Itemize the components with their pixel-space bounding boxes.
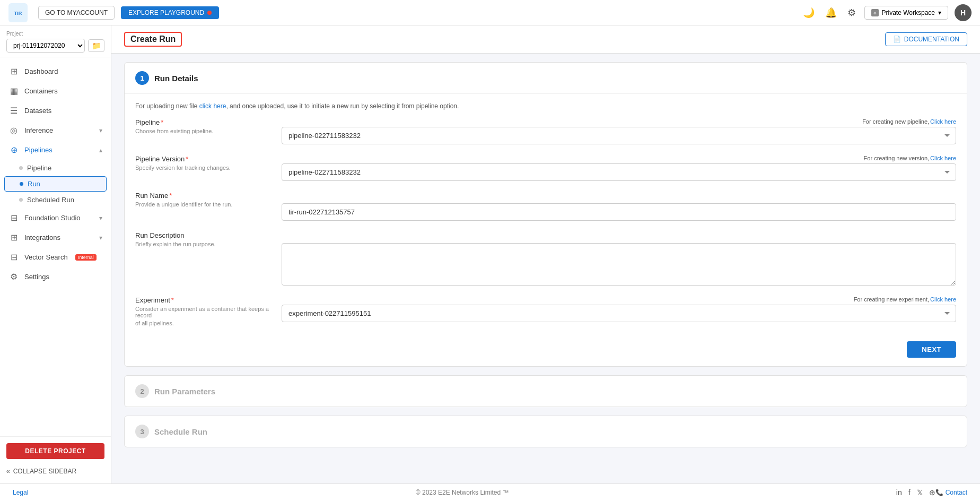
project-selector: Project prj-011912072020 📁: [0, 25, 111, 57]
content-area: Create Run 📄 DOCUMENTATION 1 Run Details…: [111, 25, 980, 483]
pipeline-new-label: For creating new pipeline,: [862, 118, 929, 125]
step-schedule-run-header[interactable]: 3 Schedule Run: [125, 416, 967, 447]
experiment-link-row: For creating new experiment, Click here: [282, 296, 956, 303]
sidebar-bottom: DELETE PROJECT « COLLAPSE SIDEBAR: [0, 436, 111, 483]
collapse-left-icon: «: [6, 468, 10, 475]
pipelines-subnav: Pipeline Run Scheduled Run: [0, 160, 111, 208]
dot-icon: [20, 182, 23, 186]
pipeline-link-row: For creating new pipeline, Click here: [282, 118, 956, 125]
run-name-hint: Provide a unique identifier for the run.: [135, 201, 273, 208]
delete-project-button[interactable]: DELETE PROJECT: [6, 443, 104, 459]
facebook-icon[interactable]: f: [908, 488, 911, 497]
sidebar-item-integrations[interactable]: ⊞ Integrations ▾: [0, 228, 111, 247]
dark-mode-button[interactable]: 🌙: [801, 5, 817, 21]
experiment-select[interactable]: experiment-022711595151: [282, 305, 956, 322]
step-1-circle: 1: [135, 71, 149, 85]
chevron-down-icon: ▾: [99, 234, 102, 241]
project-folder-button[interactable]: 📁: [88, 39, 104, 52]
sidebar-item-pipelines[interactable]: ⊕ Pipelines ▴: [0, 140, 111, 160]
rss-icon[interactable]: ⊕: [929, 488, 935, 497]
sidebar-item-datasets[interactable]: ☰ Datasets: [0, 101, 111, 120]
sidebar-item-dashboard[interactable]: ⊞ Dashboard: [0, 62, 111, 81]
footer-contact[interactable]: 📞 Contact: [935, 489, 967, 496]
pipeline-version-label-area: Pipeline Version Specify version for tra…: [135, 155, 273, 171]
content-header: Create Run 📄 DOCUMENTATION: [111, 25, 980, 54]
sidebar-navigation: ⊞ Dashboard ▦ Containers ☰ Datasets ◎ In…: [0, 57, 111, 436]
pipeline-version-click-here-link[interactable]: Click here: [930, 155, 956, 161]
click-here-link[interactable]: click here: [199, 102, 226, 110]
doc-icon: 📄: [893, 36, 901, 43]
step-run-parameters-header[interactable]: 2 Run Parameters: [125, 376, 967, 407]
pipeline-hint: Choose from existing pipeline.: [135, 128, 273, 134]
run-description-label: Run Description: [135, 231, 273, 239]
svg-text:TIR: TIR: [14, 11, 22, 16]
workspace-dropdown[interactable]: ⊕ Private Workspace ▾: [864, 6, 948, 20]
pipeline-version-select[interactable]: pipeline-022711583232: [282, 163, 956, 181]
sidebar-subitem-label: Scheduled Run: [27, 196, 74, 204]
project-select[interactable]: prj-011912072020: [6, 39, 85, 53]
sidebar-item-scheduled-run[interactable]: Scheduled Run: [0, 192, 111, 208]
run-name-row: Run Name Provide a unique identifier for…: [135, 192, 956, 221]
step-run-details: 1 Run Details For uploading new file cli…: [124, 62, 967, 367]
run-name-field-right: [282, 192, 956, 221]
internal-badge: Internal: [75, 254, 97, 261]
pipeline-field-right: For creating new pipeline, Click here pi…: [282, 118, 956, 144]
step-run-parameters-title: Run Parameters: [154, 387, 215, 396]
pipeline-click-here-link[interactable]: Click here: [930, 118, 956, 125]
collapse-sidebar-button[interactable]: « COLLAPSE SIDEBAR: [6, 465, 76, 477]
form-container: 1 Run Details For uploading new file cli…: [111, 62, 980, 460]
step-run-details-header: 1 Run Details: [125, 63, 967, 94]
sidebar-item-vector-search[interactable]: ⊟ Vector Search Internal: [0, 247, 111, 267]
sidebar-item-label: Settings: [24, 273, 49, 281]
pipeline-version-field-right: For creating new version, Click here pip…: [282, 155, 956, 181]
svg-text:⊕: ⊕: [873, 11, 877, 15]
step-2-circle: 2: [135, 384, 149, 398]
footer-legal[interactable]: Legal: [13, 489, 28, 496]
pipeline-version-new-label: For creating new version,: [864, 155, 930, 161]
twitter-icon[interactable]: 𝕏: [917, 488, 923, 497]
explore-playground-button[interactable]: EXPLORE PLAYGROUND: [121, 6, 219, 19]
run-name-input[interactable]: [282, 203, 956, 221]
next-button[interactable]: NEXT: [907, 341, 956, 358]
pipeline-label-area: Pipeline Choose from existing pipeline.: [135, 118, 273, 134]
pipeline-row: Pipeline Choose from existing pipeline. …: [135, 118, 956, 144]
sidebar-item-label: Containers: [24, 87, 58, 95]
pipeline-label: Pipeline: [135, 118, 273, 126]
run-name-label: Run Name: [135, 192, 273, 200]
chevron-down-icon: ▾: [99, 127, 102, 134]
pipeline-version-row: Pipeline Version Specify version for tra…: [135, 155, 956, 181]
go-to-myaccount-button[interactable]: GO TO MYACCOUNT: [38, 6, 115, 20]
sidebar-subitem-label: Pipeline: [27, 164, 51, 172]
sidebar-item-inference[interactable]: ◎ Inference ▾: [0, 120, 111, 140]
run-description-label-area: Run Description Briefly explain the run …: [135, 231, 273, 247]
integrations-icon: ⊞: [8, 232, 19, 243]
notifications-button[interactable]: 🔔: [823, 5, 839, 21]
run-description-textarea[interactable]: [282, 243, 956, 286]
run-name-label-area: Run Name Provide a unique identifier for…: [135, 192, 273, 208]
sidebar-item-run[interactable]: Run: [4, 176, 107, 192]
sidebar-item-pipeline[interactable]: Pipeline: [0, 160, 111, 176]
documentation-button[interactable]: 📄 DOCUMENTATION: [885, 32, 967, 46]
page-title: Create Run: [130, 34, 176, 44]
run-description-row: Run Description Briefly explain the run …: [135, 231, 956, 286]
experiment-hint1: Consider an experiment as a container th…: [135, 306, 273, 318]
run-description-hint: Briefly explain the run purpose.: [135, 241, 273, 247]
experiment-field-right: For creating new experiment, Click here …: [282, 296, 956, 322]
sidebar-item-settings[interactable]: ⚙ Settings: [0, 267, 111, 287]
step-schedule-run-title: Schedule Run: [154, 427, 207, 436]
experiment-click-here-link[interactable]: Click here: [930, 296, 956, 303]
run-details-hint: For uploading new file click here, and o…: [135, 102, 956, 110]
pipeline-version-link-row: For creating new version, Click here: [282, 155, 956, 161]
run-description-field-right: [282, 231, 956, 286]
explore-dot-icon: [207, 11, 212, 15]
sidebar: Project prj-011912072020 📁 ⊞ Dashboard ▦…: [0, 25, 111, 483]
sidebar-item-containers[interactable]: ▦ Containers: [0, 81, 111, 101]
chevron-down-icon: ▾: [99, 214, 102, 222]
sidebar-item-label: Dashboard: [24, 67, 58, 75]
sidebar-item-foundation-studio[interactable]: ⊟ Foundation Studio ▾: [0, 208, 111, 228]
pipeline-select[interactable]: pipeline-022711583232: [282, 127, 956, 144]
logo: TIR: [8, 3, 28, 22]
avatar-button[interactable]: H: [955, 4, 972, 21]
settings-button[interactable]: ⚙: [845, 5, 858, 21]
linkedin-icon[interactable]: in: [896, 488, 902, 497]
